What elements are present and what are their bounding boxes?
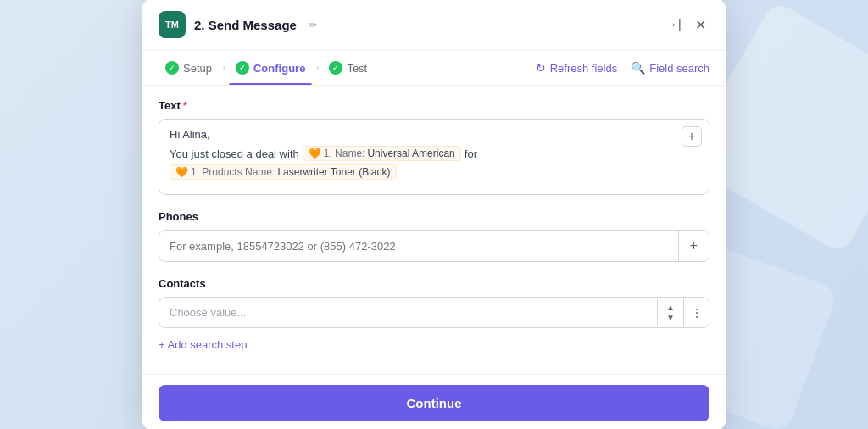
tab-configure-label: Configure: [253, 62, 305, 75]
tab-setup-label: Setup: [183, 62, 212, 75]
setup-check-icon: ✓: [165, 61, 179, 75]
contacts-more-button[interactable]: ⋮: [683, 299, 709, 326]
refresh-icon: ↻: [536, 61, 546, 75]
chip-1-value: Universal American: [367, 148, 454, 159]
chevron-icon-2: ›: [315, 62, 319, 74]
chip-2: 🧡 1. Products Name: Laserwriter Toner (B…: [170, 164, 397, 180]
modal-footer: Continue: [142, 374, 726, 429]
chip-1-label: 1. Name:: [324, 148, 365, 159]
chip-1: 🧡 1. Name: Universal American: [303, 146, 461, 161]
text-line-2: You just closed a deal with 🧡 1. Name: U…: [170, 146, 698, 180]
text-line-1: Hi Alina,: [170, 128, 698, 141]
test-check-icon: ✓: [329, 61, 342, 75]
contacts-select-row: Choose value... ▲ ▼ ⋮: [159, 297, 709, 328]
title-left: TM 2. Send Message ✏: [159, 11, 318, 38]
required-indicator: *: [183, 99, 187, 112]
background: TM 2. Send Message ✏ →| ✕ ✓ Setup › ✓ Co…: [0, 0, 868, 429]
chevron-down-icon: ▼: [666, 313, 675, 322]
app-icon: TM: [159, 11, 186, 38]
phones-input-row: +: [159, 230, 709, 262]
modal-body: Text * + Hi Alina, You just closed a dea…: [142, 86, 726, 374]
contacts-controls: ▲ ▼ ⋮: [657, 299, 709, 326]
text-field-section: Text * + Hi Alina, You just closed a dea…: [159, 99, 709, 195]
tab-test[interactable]: ✓ Test: [322, 51, 374, 85]
refresh-fields-button[interactable]: ↻ Refresh fields: [536, 61, 617, 75]
tabs-left: ✓ Setup › ✓ Configure › ✓ Test: [159, 51, 374, 85]
phones-field-section: Phones +: [159, 210, 709, 262]
close-button[interactable]: ✕: [692, 14, 709, 36]
add-search-step-button[interactable]: + Add search step: [159, 335, 247, 354]
contacts-arrows-button[interactable]: ▲ ▼: [658, 299, 683, 326]
continue-button[interactable]: Continue: [159, 385, 709, 421]
phones-add-button[interactable]: +: [678, 231, 709, 261]
modal-title: 2. Send Message: [194, 18, 297, 32]
tab-test-label: Test: [347, 62, 367, 75]
tab-setup[interactable]: ✓ Setup: [159, 51, 219, 85]
text-prefix: You just closed a deal with: [170, 148, 299, 160]
text-for: for: [465, 148, 477, 160]
contacts-field-section: Contacts Choose value... ▲ ▼ ⋮ + Add sea…: [159, 277, 709, 354]
expand-button[interactable]: →|: [661, 14, 685, 36]
edit-icon[interactable]: ✏: [309, 19, 318, 31]
search-icon: 🔍: [631, 61, 645, 75]
text-field-label: Text *: [159, 99, 709, 112]
configure-check-icon: ✓: [236, 61, 249, 75]
field-search-button[interactable]: 🔍 Field search: [631, 61, 709, 75]
tabs-right: ↻ Refresh fields 🔍 Field search: [536, 61, 709, 75]
modal: TM 2. Send Message ✏ →| ✕ ✓ Setup › ✓ Co…: [142, 0, 726, 429]
tabs-bar: ✓ Setup › ✓ Configure › ✓ Test ↻ Refresh…: [142, 51, 726, 86]
chip-2-value: Laserwriter Toner (Black): [277, 166, 390, 178]
chip-2-emoji: 🧡: [175, 166, 188, 178]
contacts-placeholder[interactable]: Choose value...: [159, 298, 657, 327]
phones-input[interactable]: [159, 231, 678, 261]
refresh-fields-label: Refresh fields: [550, 62, 617, 75]
chevron-up-icon: ▲: [666, 303, 675, 312]
field-search-label: Field search: [649, 62, 709, 75]
tab-configure[interactable]: ✓ Configure: [229, 51, 312, 85]
phones-field-label: Phones: [159, 210, 709, 223]
title-bar: TM 2. Send Message ✏ →| ✕: [142, 0, 726, 51]
title-actions: →| ✕: [661, 14, 709, 36]
text-field-box[interactable]: + Hi Alina, You just closed a deal with …: [159, 119, 709, 195]
text-add-button[interactable]: +: [682, 126, 702, 147]
contacts-field-label: Contacts: [159, 277, 709, 290]
chip-2-label: 1. Products Name:: [191, 166, 275, 178]
chevron-icon-1: ›: [222, 62, 225, 74]
chip-1-emoji: 🧡: [309, 148, 321, 159]
